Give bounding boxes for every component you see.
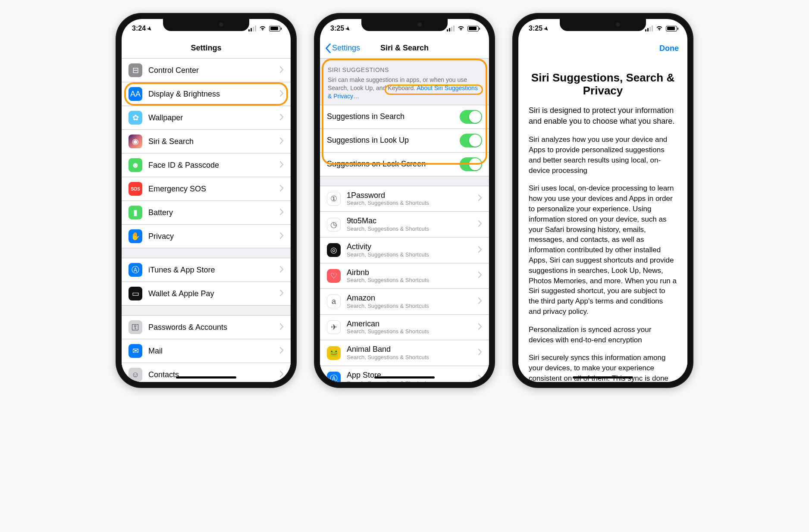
settings-row-itunes[interactable]: Ⓐ iTunes & App Store	[122, 258, 291, 282]
home-indicator[interactable]	[176, 376, 236, 379]
chevron-right-icon	[280, 90, 284, 98]
settings-row-siri-search[interactable]: ◉ Siri & Search	[122, 130, 291, 153]
toggle-suggestions-lookup[interactable]	[460, 134, 482, 147]
home-indicator[interactable]	[573, 376, 633, 379]
settings-row-passwords[interactable]: ⚿ Passwords & Accounts	[122, 316, 291, 339]
screen-1: 3:24➤ Settings ⊟ Control Center AA Displ…	[122, 19, 291, 382]
chevron-right-icon	[280, 232, 284, 241]
privacy-paragraph: Personalization is synced across your de…	[529, 325, 677, 345]
back-label: Settings	[332, 44, 360, 53]
app-row-9to5mac[interactable]: ◷ 9to5Mac Search, Suggestions & Shortcut…	[320, 212, 489, 238]
app-row-app-store[interactable]: Ⓐ App Store Search, Suggestions & Shortc…	[320, 366, 489, 382]
privacy-text-view[interactable]: Siri Suggestions, Search & Privacy Siri …	[518, 59, 687, 382]
chevron-right-icon	[280, 323, 284, 332]
mail-icon: ✉	[129, 344, 142, 358]
privacy-paragraph: Siri uses local, on-device processing to…	[529, 183, 677, 316]
row-label: iTunes & App Store	[148, 266, 280, 275]
wifi-icon	[655, 25, 663, 32]
location-icon: ➤	[344, 25, 352, 32]
battery-icon	[269, 26, 280, 31]
section-footer-siri-suggestions: Siri can make suggestions in apps, or wh…	[320, 76, 489, 105]
app-subtitle: Search, Suggestions & Shortcuts	[347, 252, 478, 258]
settings-row-privacy[interactable]: ✋ Privacy	[122, 225, 291, 248]
row-label: Privacy	[148, 232, 280, 241]
screen-2: 3:25➤ Settings Siri & Search SIRI SUGGES…	[320, 19, 489, 382]
cellular-signal-icon	[248, 25, 256, 31]
app-row-text: Animal Band Search, Suggestions & Shortc…	[347, 345, 478, 361]
app-row-text: Airbnb Search, Suggestions & Shortcuts	[347, 268, 478, 284]
settings-row-mail[interactable]: ✉ Mail	[122, 339, 291, 363]
app-name: Airbnb	[347, 268, 478, 277]
settings-row-emergency-sos[interactable]: SOS Emergency SOS	[122, 177, 291, 201]
settings-row-wallpaper[interactable]: ✿ Wallpaper	[122, 106, 291, 130]
siri-search-list[interactable]: SIRI SUGGESTIONS Siri can make suggestio…	[320, 59, 489, 382]
back-button[interactable]: Settings	[325, 44, 360, 53]
app-subtitle: Search, Suggestions & Shortcuts	[347, 277, 478, 284]
app-row-text: 9to5Mac Search, Suggestions & Shortcuts	[347, 216, 478, 232]
status-time: 3:24	[132, 25, 146, 32]
app-row-animal-band[interactable]: 🐸 Animal Band Search, Suggestions & Shor…	[320, 340, 489, 366]
app-subtitle: Search, Suggestions & Shortcuts	[347, 226, 478, 232]
siri-search-icon: ◉	[129, 135, 142, 148]
settings-row-face-id-passcode[interactable]: ☻ Face ID & Passcode	[122, 153, 291, 177]
app-row-activity[interactable]: ◎ Activity Search, Suggestions & Shortcu…	[320, 238, 489, 263]
app-row-amazon[interactable]: a Amazon Search, Suggestions & Shortcuts	[320, 289, 489, 315]
done-button[interactable]: Done	[659, 44, 679, 53]
passwords-icon: ⚿	[129, 320, 142, 334]
chevron-right-icon	[280, 371, 284, 379]
phone-frame-2: 3:25➤ Settings Siri & Search SIRI SUGGES…	[314, 13, 495, 388]
status-time: 3:25	[529, 25, 542, 32]
app-row-1password[interactable]: ① 1Password Search, Suggestions & Shortc…	[320, 186, 489, 212]
row-label: Passwords & Accounts	[148, 323, 280, 332]
emergency-sos-icon: SOS	[129, 182, 142, 196]
app-name: Animal Band	[347, 345, 478, 354]
1password-icon: ①	[327, 192, 341, 206]
chevron-right-icon	[280, 347, 284, 355]
app-row-text: Activity Search, Suggestions & Shortcuts	[347, 242, 478, 258]
privacy-paragraph: Siri is designed to protect your informa…	[529, 105, 677, 127]
phone-frame-1: 3:24➤ Settings ⊟ Control Center AA Displ…	[116, 13, 297, 388]
row-label: Display & Brightness	[148, 90, 280, 99]
activity-icon: ◎	[327, 243, 341, 257]
settings-row-display-brightness[interactable]: AA Display & Brightness	[122, 82, 291, 106]
settings-list[interactable]: ⊟ Control Center AA Display & Brightness…	[122, 59, 291, 382]
app-subtitle: Search, Suggestions & Shortcuts	[347, 354, 478, 361]
row-label: Face ID & Passcode	[148, 161, 280, 170]
chevron-right-icon	[280, 209, 284, 217]
app-row-american[interactable]: ✈ American Search, Suggestions & Shortcu…	[320, 315, 489, 341]
toggle-row-suggestions-lockscreen: Suggestions on Lock Screen	[320, 153, 489, 176]
toggle-suggestions-lockscreen[interactable]	[460, 157, 482, 171]
app-row-text: 1Password Search, Suggestions & Shortcut…	[347, 191, 478, 207]
row-label: Siri & Search	[148, 137, 280, 146]
app-subtitle: Search, Suggestions & Shortcuts	[347, 380, 478, 382]
home-indicator[interactable]	[374, 376, 435, 379]
notch	[361, 19, 448, 31]
settings-row-contacts[interactable]: ☺ Contacts	[122, 363, 291, 382]
row-label: Mail	[148, 347, 280, 356]
page-title: Settings	[191, 44, 221, 53]
app-subtitle: Search, Suggestions & Shortcuts	[347, 200, 478, 207]
battery-icon: ▮	[129, 206, 142, 219]
chevron-right-icon	[478, 220, 482, 228]
screen-3: 3:25➤ Done Siri Suggestions, Search & Pr…	[518, 19, 687, 382]
9to5mac-icon: ◷	[327, 218, 341, 232]
airbnb-icon: ♡	[327, 269, 341, 283]
app-row-airbnb[interactable]: ♡ Airbnb Search, Suggestions & Shortcuts	[320, 263, 489, 289]
toggle-label: Suggestions on Lock Screen	[327, 160, 460, 169]
toggle-label: Suggestions in Look Up	[327, 136, 460, 145]
toggle-row-suggestions-search: Suggestions in Search	[320, 105, 489, 129]
battery-icon	[467, 26, 479, 31]
app-name: American	[347, 319, 478, 329]
toggle-suggestions-search[interactable]	[460, 110, 482, 124]
nav-bar: Settings	[122, 38, 291, 59]
chevron-right-icon	[280, 266, 284, 274]
status-time: 3:25	[330, 25, 344, 32]
settings-row-battery[interactable]: ▮ Battery	[122, 201, 291, 225]
location-icon: ➤	[542, 25, 550, 32]
nav-bar: Settings Siri & Search	[320, 38, 489, 59]
row-label: Wallpaper	[148, 113, 280, 122]
settings-row-control-center[interactable]: ⊟ Control Center	[122, 59, 291, 82]
chevron-right-icon	[478, 246, 482, 254]
app-subtitle: Search, Suggestions & Shortcuts	[347, 329, 478, 335]
settings-row-wallet[interactable]: ▭ Wallet & Apple Pay	[122, 282, 291, 305]
